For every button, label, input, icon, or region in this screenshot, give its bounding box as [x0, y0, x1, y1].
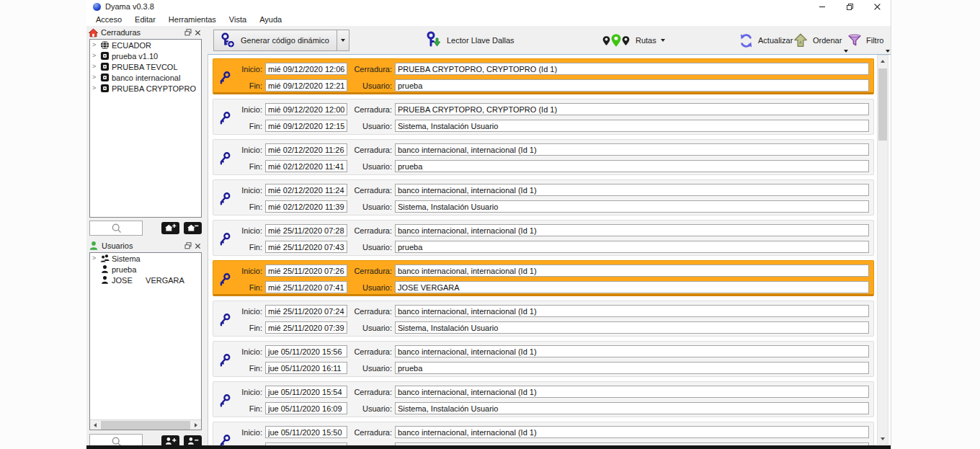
- scroll-up-icon[interactable]: [878, 55, 888, 66]
- cerradura-field[interactable]: [395, 103, 869, 115]
- add-lock-button[interactable]: [161, 222, 179, 234]
- tree-item[interactable]: banco internacional: [90, 72, 201, 83]
- access-record-row[interactable]: Inicio: Cerradura: Fin: Usuario:: [213, 341, 874, 377]
- tree-item[interactable]: Sistema: [90, 253, 201, 264]
- cerradura-label: Cerradura:: [350, 65, 392, 74]
- tree-item[interactable]: ECUADOR: [90, 40, 201, 50]
- cerradura-field[interactable]: [395, 63, 869, 75]
- inicio-field[interactable]: [265, 103, 347, 115]
- close-panel-icon[interactable]: [195, 243, 201, 249]
- access-record-row[interactable]: Inicio: Cerradura: Fin: Usuario:: [213, 301, 874, 337]
- cerradura-field[interactable]: [395, 143, 869, 156]
- usuario-field[interactable]: [395, 160, 869, 172]
- rutas-dropdown-arrow[interactable]: [661, 39, 665, 42]
- cerradura-field[interactable]: [395, 345, 869, 357]
- lector-llave-dallas-button[interactable]: Lector Llave Dallas: [424, 27, 514, 54]
- inicio-field[interactable]: [265, 184, 347, 196]
- fin-field[interactable]: [265, 281, 347, 293]
- access-record-row[interactable]: Inicio: Cerradura: Fin: Usuario:: [213, 139, 874, 175]
- remove-user-icon: [186, 436, 200, 446]
- expander-icon[interactable]: [92, 42, 98, 48]
- inicio-field[interactable]: [265, 305, 347, 317]
- cerradura-field[interactable]: [395, 305, 869, 317]
- fin-field[interactable]: [265, 321, 347, 334]
- usuario-field[interactable]: [395, 362, 869, 374]
- access-record-row[interactable]: Inicio: Cerradura: Fin: Usuario:: [213, 220, 874, 256]
- filtro-button[interactable]: Filtro: [847, 27, 891, 54]
- actualizar-button[interactable]: Actualizar: [739, 27, 793, 54]
- cerradura-field[interactable]: [395, 184, 869, 196]
- fin-field[interactable]: [265, 79, 347, 92]
- close-button[interactable]: [863, 0, 891, 13]
- key-icon: [218, 151, 231, 165]
- generate-dynamic-code-button[interactable]: Generar código dinámico: [213, 30, 349, 51]
- menu-vista[interactable]: Vista: [223, 15, 253, 24]
- fin-field[interactable]: [265, 120, 347, 132]
- fin-field[interactable]: [265, 200, 347, 213]
- usuario-field[interactable]: [395, 79, 869, 92]
- rutas-button[interactable]: Rutas: [601, 27, 665, 54]
- access-record-row[interactable]: Inicio: Cerradura: Fin: Usuario:: [213, 179, 874, 215]
- filtro-dropdown-arrow[interactable]: [886, 50, 890, 53]
- inicio-field[interactable]: [265, 345, 347, 357]
- usuarios-horizontal-scrollbar[interactable]: [90, 419, 201, 430]
- records-vertical-scrollbar[interactable]: [877, 55, 888, 445]
- inicio-field[interactable]: [265, 264, 347, 277]
- expander-icon[interactable]: [92, 63, 98, 70]
- tree-item[interactable]: prueba v1.10: [90, 50, 201, 61]
- scroll-left-icon[interactable]: [90, 420, 100, 430]
- inicio-field[interactable]: [265, 426, 347, 438]
- usuario-label: Usuario:: [350, 404, 392, 413]
- cerraduras-search-input[interactable]: [89, 221, 143, 236]
- inicio-field[interactable]: [265, 143, 347, 156]
- title-bar: Dyama v0.3.8: [86, 0, 891, 13]
- inicio-field[interactable]: [265, 224, 347, 236]
- menu-herramientas[interactable]: Herramientas: [162, 15, 223, 24]
- minimize-button[interactable]: [808, 0, 836, 13]
- usuario-field[interactable]: [395, 120, 869, 132]
- menu-ayuda[interactable]: Ayuda: [253, 15, 288, 24]
- fin-field[interactable]: [265, 241, 347, 253]
- access-record-row[interactable]: Inicio: Cerradura: Fin: Usuario:: [213, 99, 874, 135]
- fin-field[interactable]: [265, 362, 347, 374]
- remove-lock-button[interactable]: [184, 222, 202, 234]
- expander-icon[interactable]: [92, 74, 98, 81]
- tree-item[interactable]: PRUEBA CRYPTOPRO: [90, 83, 201, 94]
- menu-acceso[interactable]: Acceso: [89, 15, 128, 24]
- expander-icon[interactable]: [92, 85, 98, 92]
- usuario-field[interactable]: [395, 200, 869, 213]
- usuario-field[interactable]: [395, 241, 869, 253]
- cerradura-field[interactable]: [395, 224, 869, 236]
- cerradura-field[interactable]: [395, 386, 869, 398]
- restore-button[interactable]: [836, 0, 863, 13]
- access-record-row[interactable]: Inicio: Cerradura: Fin: Usuario:: [213, 260, 874, 296]
- expander-icon[interactable]: [92, 255, 98, 262]
- scrollbar-thumb[interactable]: [101, 421, 190, 430]
- menu-editar[interactable]: Editar: [128, 15, 162, 24]
- cerradura-field[interactable]: [395, 264, 869, 277]
- close-panel-icon[interactable]: [195, 30, 201, 36]
- scrollbar-thumb[interactable]: [878, 68, 887, 141]
- tree-item[interactable]: PRUEBA TEVCOL: [90, 61, 201, 72]
- cerradura-field[interactable]: [395, 426, 869, 438]
- generate-dropdown-arrow[interactable]: [337, 30, 349, 50]
- inicio-field[interactable]: [265, 63, 347, 75]
- access-record-row[interactable]: Inicio: Cerradura: Fin: Usuario:: [213, 381, 874, 417]
- float-panel-icon[interactable]: [184, 242, 192, 249]
- scroll-right-icon[interactable]: [191, 420, 201, 430]
- fin-field[interactable]: [265, 160, 347, 172]
- usuario-field[interactable]: [395, 281, 869, 293]
- ordenar-button[interactable]: Ordenar: [793, 27, 849, 54]
- cerradura-label: Cerradura:: [350, 428, 392, 437]
- access-record-row[interactable]: Inicio: Cerradura: Fin: Usuario:: [213, 58, 874, 94]
- tree-item[interactable]: JOSE VERGARA: [90, 275, 201, 285]
- inicio-label: Inicio:: [236, 186, 262, 195]
- usuario-field[interactable]: [395, 321, 869, 334]
- tree-item[interactable]: prueba: [90, 264, 201, 275]
- fin-field[interactable]: [265, 402, 347, 414]
- scroll-down-icon[interactable]: [878, 433, 888, 444]
- inicio-field[interactable]: [265, 386, 347, 398]
- expander-icon[interactable]: [92, 53, 98, 59]
- usuario-field[interactable]: [395, 402, 869, 414]
- float-panel-icon[interactable]: [184, 29, 192, 36]
